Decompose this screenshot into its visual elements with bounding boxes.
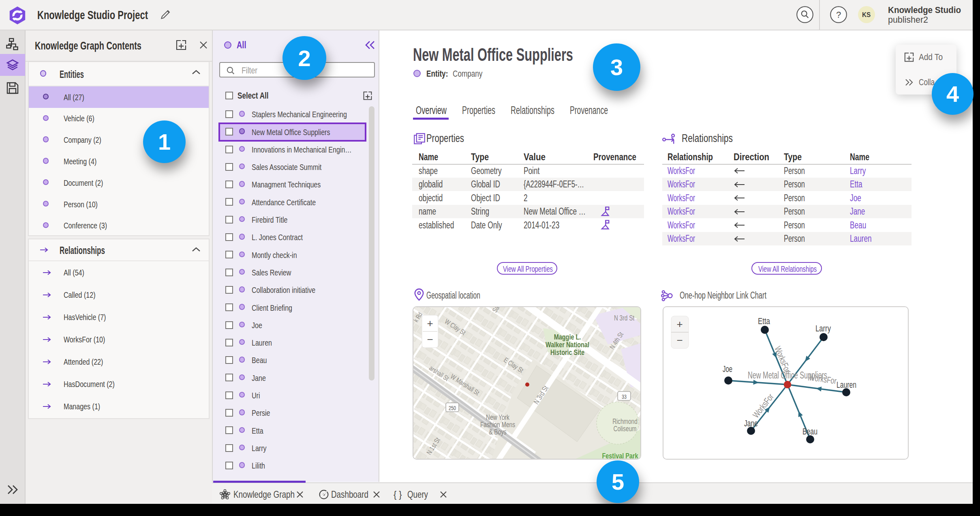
svg-text:+: + (427, 317, 433, 329)
svg-text:Etta: Etta (758, 316, 770, 326)
svg-text:250: 250 (449, 405, 456, 411)
svg-text:−: − (427, 333, 433, 346)
svg-text:+: + (676, 318, 683, 330)
svg-text:Richmond: Richmond (612, 417, 638, 426)
svg-text:Lauren: Lauren (837, 380, 856, 390)
svg-text:Beau: Beau (802, 426, 817, 436)
svg-text:Walker National: Walker National (546, 340, 589, 349)
svg-text:Historic Site: Historic Site (550, 348, 584, 357)
svg-text:N 3rd St: N 3rd St (614, 314, 634, 322)
svg-text:Coliseum: Coliseum (614, 425, 637, 433)
svg-text:33: 33 (622, 393, 627, 400)
svg-text:?: ? (836, 10, 841, 20)
svg-text:Jane: Jane (744, 418, 758, 428)
svg-text:Festival Park: Festival Park (602, 452, 638, 460)
svg-text:Joe: Joe (723, 364, 732, 374)
svg-text:Larry: Larry (815, 323, 831, 333)
svg-text:& Boys: & Boys (489, 428, 506, 436)
svg-text:Fashion Mens: Fashion Mens (480, 421, 515, 429)
svg-text:−: − (676, 334, 683, 346)
svg-text:Maggie L.: Maggie L. (554, 333, 581, 341)
svg-text:New York: New York (486, 413, 510, 421)
